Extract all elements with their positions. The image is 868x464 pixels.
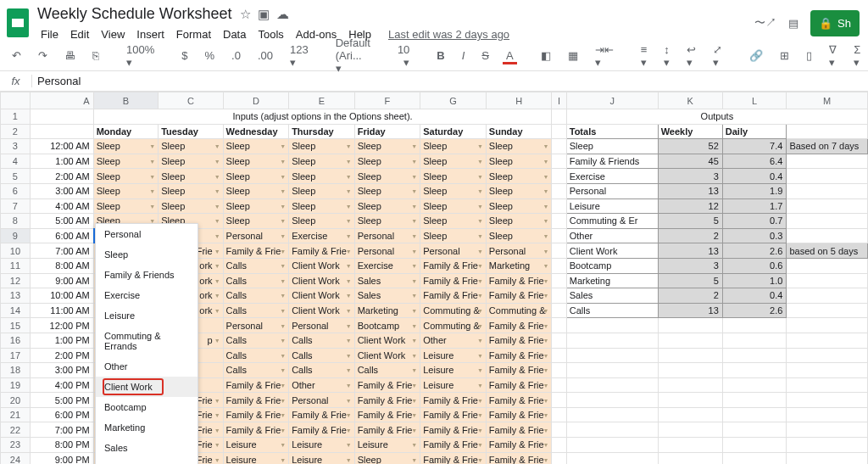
cell[interactable]: Sleep▼ [93, 154, 158, 169]
row-4[interactable]: 4 [1, 154, 31, 169]
col-G[interactable]: G [420, 92, 487, 109]
cell[interactable]: Sleep▼ [486, 154, 552, 169]
row-14[interactable]: 14 [1, 303, 31, 318]
cell[interactable]: Sleep▼ [420, 169, 487, 184]
cell[interactable]: Personal▼ [223, 228, 289, 243]
cell[interactable]: Sleep▼ [289, 169, 355, 184]
cell[interactable]: Sleep▼ [354, 183, 420, 198]
cell[interactable]: Leisure▼ [420, 363, 487, 378]
percent-icon[interactable]: % [201, 48, 218, 64]
cell[interactable]: Sleep▼ [223, 139, 289, 154]
cell[interactable]: Family & Frie▼ [354, 422, 420, 438]
cell[interactable]: Calls▼ [223, 363, 289, 378]
cell[interactable]: Sleep▼ [223, 154, 289, 169]
col-B[interactable]: B [93, 92, 158, 109]
cell[interactable]: Family & Frie▼ [354, 407, 420, 422]
row-6[interactable]: 6 [1, 183, 31, 198]
cell[interactable]: Other▼ [289, 377, 355, 393]
row-23[interactable]: 23 [1, 438, 31, 453]
row-15[interactable]: 15 [1, 318, 31, 333]
cell[interactable]: Family & Frie▼ [486, 377, 552, 393]
dropdown-option[interactable]: Commuting & Errands [96, 326, 198, 356]
cell[interactable]: Calls▼ [223, 258, 289, 273]
cell[interactable]: Sleep▼ [354, 139, 420, 154]
col-E[interactable]: E [289, 92, 355, 109]
font-size-select[interactable]: 10 ▾ [394, 42, 413, 70]
cell[interactable]: Commuting &▼ [486, 303, 552, 318]
cell[interactable]: Sleep▼ [354, 198, 420, 214]
cell[interactable]: Family & Frie▼ [289, 243, 355, 259]
star-icon[interactable]: ☆ [240, 7, 251, 22]
cell[interactable]: Family & Frie▼ [486, 318, 552, 333]
cell[interactable]: Family & Frie▼ [420, 438, 487, 453]
col-H[interactable]: H [486, 92, 552, 109]
comments-icon[interactable]: ▤ [788, 17, 798, 30]
cell[interactable]: Personal▼ [289, 393, 355, 408]
cell[interactable]: Sleep▼ [420, 198, 487, 214]
corner-cell[interactable] [1, 92, 31, 109]
dropdown-option[interactable]: Other [96, 356, 198, 377]
bold-icon[interactable]: B [433, 48, 448, 64]
row-19[interactable]: 19 [1, 377, 31, 393]
cell[interactable]: Sleep▼ [159, 183, 223, 198]
cell[interactable]: Family & Frie▼ [486, 288, 552, 304]
row-24[interactable]: 24 [1, 452, 31, 464]
cell[interactable]: Leisure▼ [223, 452, 289, 464]
comment-icon[interactable]: ⊞ [776, 48, 793, 64]
cell[interactable]: Family & Frie▼ [486, 333, 552, 348]
col-A[interactable]: A [30, 92, 93, 109]
decimal-dec-icon[interactable]: .0 [228, 48, 244, 64]
col-K[interactable]: K [658, 92, 722, 109]
cell[interactable]: Exercise▼ [354, 258, 420, 273]
cell[interactable]: Client Work▼ [289, 273, 355, 288]
row-1[interactable]: 1 [1, 109, 31, 125]
sheets-logo[interactable] [7, 8, 29, 37]
dropdown-option[interactable]: Bootcamp [96, 397, 198, 417]
cell[interactable]: Sleep▼ [420, 228, 487, 243]
cell[interactable]: Sleep▼ [223, 169, 289, 184]
format-select[interactable]: 123 ▾ [287, 42, 312, 70]
cell[interactable]: Other▼ [420, 333, 487, 348]
cloud-icon[interactable]: ☁ [276, 7, 289, 22]
cell[interactable]: Calls▼ [223, 348, 289, 363]
cell[interactable]: Calls▼ [223, 303, 289, 318]
cell[interactable]: Family & Frie▼ [420, 393, 487, 408]
cell[interactable]: Commuting &▼ [420, 318, 487, 333]
cell[interactable]: Calls▼ [354, 363, 420, 378]
paint-format-icon[interactable]: ⎘ [89, 48, 103, 64]
cell[interactable]: Leisure▼ [420, 348, 487, 363]
font-select[interactable]: Default (Ari... ▾ [332, 35, 374, 76]
functions-icon[interactable]: Σ ▾ [850, 42, 864, 70]
cell[interactable]: Sleep▼ [159, 169, 223, 184]
col-C[interactable]: C [159, 92, 223, 109]
col-D[interactable]: D [223, 92, 289, 109]
col-L[interactable]: L [722, 92, 787, 109]
menu-edit[interactable]: Edit [65, 26, 94, 42]
cell[interactable]: Personal▼ [223, 318, 289, 333]
cell[interactable]: Calls▼ [289, 363, 355, 378]
cell[interactable]: Calls▼ [223, 333, 289, 348]
cell[interactable]: Family & Frie▼ [420, 288, 487, 304]
cell[interactable]: Sleep▼ [289, 198, 355, 214]
cell[interactable]: Personal▼ [289, 318, 355, 333]
menu-tools[interactable]: Tools [253, 26, 288, 42]
row-20[interactable]: 20 [1, 393, 31, 408]
italic-icon[interactable]: I [459, 48, 469, 64]
dropdown-option[interactable]: Leisure [96, 305, 198, 326]
cell[interactable]: Family & Frie▼ [486, 348, 552, 363]
cell[interactable]: Sleep▼ [223, 183, 289, 198]
cell[interactable]: Family & Frie▼ [354, 377, 420, 393]
cell[interactable]: Sales▼ [354, 273, 420, 288]
cell[interactable]: Sleep▼ [486, 169, 552, 184]
doc-title[interactable]: Weekly Schedule Worksheet [36, 3, 233, 25]
cell[interactable]: Marketing▼ [486, 258, 552, 273]
dropdown-option[interactable]: Exercise [96, 285, 198, 305]
row-7[interactable]: 7 [1, 198, 31, 214]
cell[interactable]: Sleep▼ [354, 154, 420, 169]
cell[interactable]: Family & Frie▼ [223, 243, 289, 259]
trend-icon[interactable]: 〜↗ [754, 15, 776, 31]
row-21[interactable]: 21 [1, 407, 31, 422]
col-F[interactable]: F [354, 92, 420, 109]
share-button[interactable]: 🔒 Sh [810, 10, 860, 36]
cell[interactable]: Sales▼ [354, 288, 420, 304]
